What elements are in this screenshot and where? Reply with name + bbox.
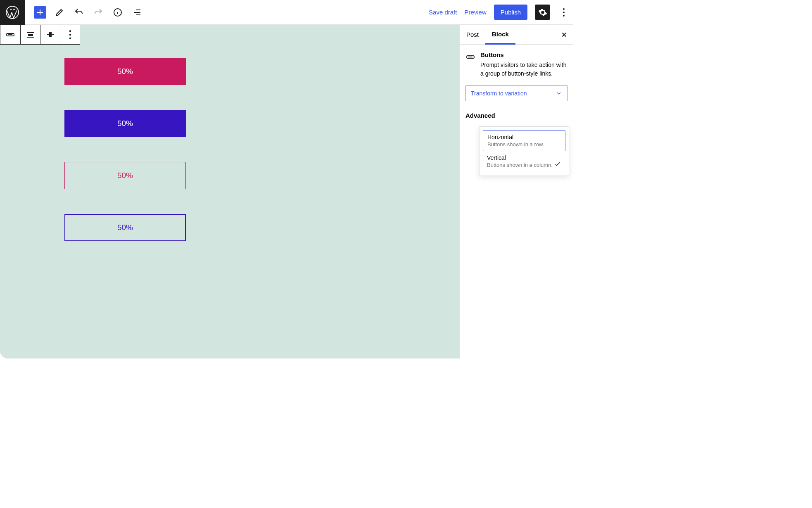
button-block[interactable]: 50% bbox=[64, 58, 186, 85]
close-sidebar-button[interactable] bbox=[559, 31, 569, 38]
variation-option-title: Horizontal bbox=[487, 134, 544, 140]
svg-point-2 bbox=[563, 8, 565, 10]
advanced-panel[interactable]: Advanced bbox=[460, 112, 573, 119]
outline-button[interactable] bbox=[131, 6, 143, 19]
check-icon bbox=[554, 160, 561, 169]
variation-option-desc: Buttons shown in a row. bbox=[487, 141, 544, 147]
variation-option-desc: Buttons shown in a column. bbox=[487, 162, 553, 168]
buttons-block-icon bbox=[465, 52, 475, 78]
svg-point-0 bbox=[6, 6, 19, 19]
tab-post[interactable]: Post bbox=[460, 25, 485, 44]
button-block[interactable]: 50% bbox=[64, 110, 186, 137]
svg-point-12 bbox=[69, 34, 71, 36]
edit-tool-button[interactable] bbox=[53, 6, 66, 19]
variation-option-horizontal[interactable]: Horizontal Buttons shown in a row. bbox=[483, 130, 565, 151]
variation-select[interactable]: Transform to variation bbox=[465, 85, 567, 101]
justify-button[interactable] bbox=[40, 25, 60, 44]
editor-canvas: 50% 50% 50% 50% bbox=[0, 25, 459, 358]
block-more-button[interactable] bbox=[60, 25, 80, 44]
settings-button[interactable] bbox=[535, 5, 550, 20]
button-block[interactable]: 50% bbox=[64, 162, 186, 189]
svg-point-13 bbox=[69, 38, 71, 39]
block-description: Prompt visitors to take action with a gr… bbox=[480, 61, 567, 78]
svg-point-11 bbox=[69, 30, 71, 32]
add-block-button[interactable] bbox=[34, 6, 46, 19]
more-options-button[interactable] bbox=[558, 8, 570, 17]
publish-button[interactable]: Publish bbox=[494, 5, 527, 20]
block-toolbar bbox=[0, 25, 80, 45]
align-button[interactable] bbox=[20, 25, 40, 44]
svg-rect-7 bbox=[28, 34, 33, 36]
button-block[interactable]: 50% bbox=[64, 214, 186, 241]
settings-sidebar: Post Block Buttons Prompt visitors to ta… bbox=[459, 25, 573, 358]
block-title: Buttons bbox=[480, 50, 567, 60]
svg-point-3 bbox=[563, 12, 565, 13]
tab-block[interactable]: Block bbox=[485, 25, 515, 45]
save-draft-button[interactable]: Save draft bbox=[429, 9, 457, 16]
svg-rect-8 bbox=[27, 37, 34, 38]
variation-select-label: Transform to variation bbox=[471, 90, 527, 97]
wordpress-logo[interactable] bbox=[0, 0, 25, 25]
variation-dropdown: Horizontal Buttons shown in a row. Verti… bbox=[479, 126, 569, 176]
variation-option-vertical[interactable]: Vertical Buttons shown in a column. bbox=[483, 151, 565, 172]
chevron-down-icon bbox=[556, 90, 562, 97]
block-type-button[interactable] bbox=[0, 25, 20, 44]
svg-rect-6 bbox=[27, 32, 34, 33]
undo-button[interactable] bbox=[73, 6, 85, 19]
redo-button[interactable] bbox=[92, 6, 104, 19]
preview-button[interactable]: Preview bbox=[464, 9, 486, 16]
svg-rect-10 bbox=[49, 32, 52, 37]
info-button[interactable] bbox=[112, 6, 124, 19]
variation-option-title: Vertical bbox=[487, 154, 553, 161]
svg-point-4 bbox=[563, 15, 565, 17]
